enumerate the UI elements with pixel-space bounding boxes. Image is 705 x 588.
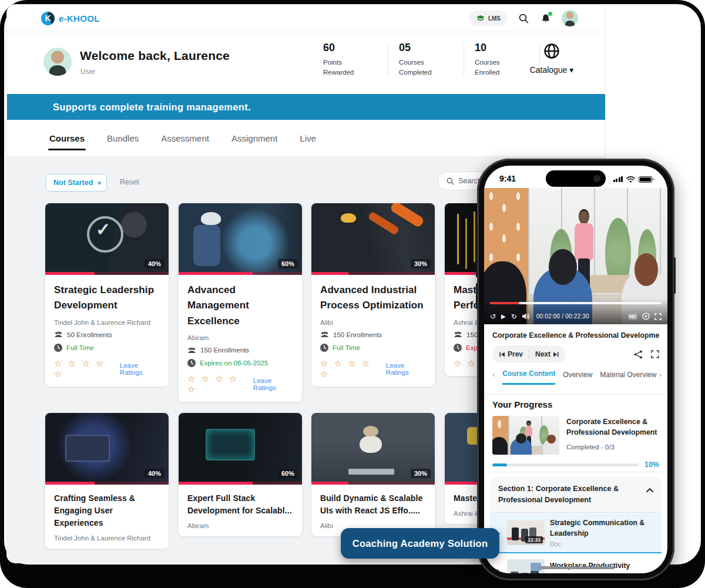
divider bbox=[484, 472, 667, 472]
phone-volume-down-button bbox=[476, 283, 478, 309]
course-thumbnail: 40% bbox=[45, 203, 169, 275]
chevron-down-icon: ▾ bbox=[98, 180, 100, 186]
reset-filters-link[interactable]: Reset bbox=[120, 178, 139, 186]
stat-value: 60 bbox=[323, 42, 388, 54]
course-card[interactable]: 30% Advanced Industrial Process Optimiza… bbox=[311, 203, 435, 387]
progress-course-thumbnail bbox=[492, 416, 559, 455]
tab-live[interactable]: Live bbox=[298, 122, 317, 155]
tab-assessment[interactable]: Assessment bbox=[160, 122, 210, 155]
course-thumbnail: 60% bbox=[179, 413, 302, 485]
replay-icon[interactable]: ↺ bbox=[490, 313, 496, 320]
status-filter-dropdown[interactable]: Not Started ▾ bbox=[46, 174, 107, 191]
progress-percent-badge: 40% bbox=[145, 259, 164, 268]
prev-button[interactable]: Prev bbox=[499, 350, 523, 358]
tab-courses[interactable]: Courses bbox=[48, 122, 86, 155]
course-title: Build Dynamic & Scalable UIs with React … bbox=[320, 492, 426, 517]
progress-percent-badge: 30% bbox=[411, 469, 431, 478]
star-rating-icons[interactable]: ☆ ☆ ☆ ☆ ☆ bbox=[320, 358, 381, 379]
phone-status-bar: 9:41 bbox=[484, 166, 667, 188]
star-rating-icons[interactable]: ☆ ☆ ☆ ☆ ☆ bbox=[187, 374, 248, 395]
progress-bar-row: 10% bbox=[492, 461, 659, 469]
brand-name: e-KHOOL bbox=[59, 14, 100, 23]
catalogue-label: Catalogue ▾ bbox=[519, 65, 584, 75]
video-time-display: 00:02:00 / 00:22:30 bbox=[536, 313, 589, 320]
tab-material-overview[interactable]: Material Overview bbox=[600, 371, 656, 384]
video-seek-bar[interactable] bbox=[490, 302, 662, 304]
tab-bundles[interactable]: Bundles bbox=[106, 122, 140, 155]
divider bbox=[529, 350, 529, 359]
playback-speed-icon[interactable] bbox=[642, 313, 650, 320]
course-card[interactable]: 40% Strategic Leadership Development Tin… bbox=[45, 203, 169, 387]
banner-text: Supports complete training management. bbox=[7, 102, 251, 113]
course-meta-text: Full Time bbox=[333, 344, 360, 351]
hd-quality-icon[interactable]: HD bbox=[628, 313, 637, 320]
enrollments-icon bbox=[54, 331, 63, 338]
fullscreen-icon[interactable] bbox=[654, 313, 662, 320]
course-title: Strategic Leadership Development bbox=[54, 283, 160, 314]
course-author: Tindel John & Laurence Richard bbox=[54, 535, 160, 542]
tab-course-content[interactable]: Course Content bbox=[502, 369, 555, 385]
course-info-panel: Corporate Excellence & Professional Deve… bbox=[484, 324, 667, 385]
expand-icon[interactable] bbox=[651, 350, 659, 358]
course-thumbnail: 30% bbox=[311, 413, 435, 485]
globe-icon bbox=[543, 43, 560, 59]
prev-label: Prev bbox=[508, 350, 523, 358]
progress-percent-badge: 40% bbox=[145, 469, 164, 478]
notifications-bell-icon[interactable] bbox=[539, 12, 552, 25]
lesson-title: Strategic Communication & Leadership bbox=[550, 518, 658, 539]
section-title: Section 1: Corporate Excellence & Profes… bbox=[498, 483, 633, 506]
forward-icon[interactable]: ↻ bbox=[511, 313, 517, 320]
course-card[interactable]: 40% Crafting Seamless & Engaging User Ex… bbox=[45, 413, 169, 549]
lesson-row[interactable]: 2 Workplace Productivity Mastery bbox=[490, 555, 662, 573]
user-stats: 60 Points Rewarded 05 Courses Completed … bbox=[313, 42, 540, 77]
course-meta-text: Full Time bbox=[66, 344, 94, 351]
course-progress-track bbox=[492, 463, 639, 466]
course-card[interactable]: 60% Expert Full Stack Development for Sc… bbox=[179, 413, 302, 536]
leave-ratings-link[interactable]: Leave Ratings bbox=[253, 377, 293, 391]
catalogue-button[interactable]: Catalogue ▾ bbox=[519, 43, 584, 75]
course-title: Advanced Management Excellence bbox=[187, 283, 293, 329]
lms-badge[interactable]: LMS bbox=[469, 11, 508, 26]
lms-label: LMS bbox=[488, 15, 501, 22]
leave-ratings-link[interactable]: Leave Ratings bbox=[386, 362, 426, 376]
enrollments-text: 150 Enrollments bbox=[200, 347, 249, 354]
tabs-scroll-left-icon[interactable]: ‹ bbox=[492, 370, 495, 384]
enrollments-text: 150 Enrollments bbox=[333, 331, 382, 338]
play-icon[interactable]: ▶ bbox=[501, 314, 506, 320]
tab-overview[interactable]: Overview bbox=[563, 371, 592, 384]
tabs-scroll-right-icon[interactable]: › bbox=[657, 370, 659, 384]
course-progress-bar bbox=[179, 482, 302, 485]
clock-icon bbox=[454, 344, 462, 352]
search-icon[interactable] bbox=[517, 12, 530, 25]
leave-ratings-link[interactable]: Leave Ratings bbox=[120, 362, 160, 376]
signal-strength-icon bbox=[613, 176, 623, 182]
course-thumbnail: 40% bbox=[45, 413, 169, 485]
next-button[interactable]: Next bbox=[535, 350, 559, 358]
course-card[interactable]: 30% Build Dynamic & Scalable UIs with Re… bbox=[311, 413, 435, 536]
brand-k-icon: K bbox=[41, 12, 55, 25]
progress-course-card[interactable]: Corporate Excellence & Professional Deve… bbox=[492, 416, 659, 455]
volume-icon[interactable] bbox=[522, 313, 530, 320]
coaching-academy-cta-button[interactable]: Coaching Academy Solution bbox=[341, 528, 499, 559]
battery-icon bbox=[639, 176, 652, 183]
profile-avatar[interactable] bbox=[43, 48, 72, 76]
your-progress-heading: Your Progress bbox=[492, 399, 552, 409]
tab-assignment[interactable]: Assignment bbox=[230, 122, 278, 155]
phone-screen: 9:41 bbox=[484, 166, 667, 573]
brand-logo[interactable]: K e-KHOOL bbox=[41, 12, 100, 25]
lesson-thumbnail: 22:33 bbox=[507, 520, 545, 545]
clock-icon bbox=[187, 359, 196, 367]
course-card[interactable]: 60% Advanced Management Excellence Abira… bbox=[179, 203, 302, 402]
section-accordion-header[interactable]: Section 1: Corporate Excellence & Profes… bbox=[490, 477, 662, 513]
stat-points: 60 Points Rewarded bbox=[313, 42, 388, 77]
phone-power-button bbox=[674, 257, 676, 294]
course-video-player[interactable]: ↺ ▶ ↻ 00:02:00 / 00:22:30 HD bbox=[484, 188, 667, 324]
share-icon[interactable] bbox=[634, 350, 643, 359]
progress-percent-label: 10% bbox=[644, 461, 659, 469]
dynamic-island bbox=[546, 170, 606, 187]
lesson-row-active[interactable]: ▶ 22:33 Strategic Communication & Leader… bbox=[490, 513, 662, 553]
wifi-icon bbox=[626, 176, 635, 183]
course-meta-text: Expires on 08-05-2025 bbox=[200, 359, 268, 367]
user-avatar[interactable] bbox=[562, 10, 578, 26]
star-rating-icons[interactable]: ☆ ☆ ☆ ☆ ☆ bbox=[54, 358, 115, 379]
